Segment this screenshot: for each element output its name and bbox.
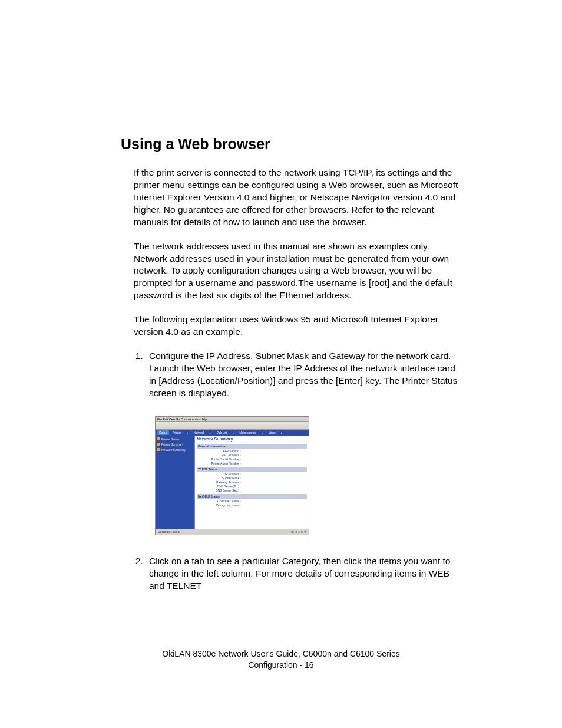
section-label: TCP/IP Status [197,467,307,472]
kv-row: Printer Serial Number : [197,457,307,461]
kv-row: MAC Address : [197,453,307,457]
paragraph: The network addresses used in this manua… [134,241,463,302]
kv-row: Printer Asset Number : [197,462,307,465]
screenshot-menubar: File Edit View Go Communicator Help [156,417,309,422]
screenshot-tab-network: Network [192,430,206,435]
sidebar-item: Network Summary [157,448,193,452]
kv-row: Subnet Mask : [197,476,307,480]
kv-row: Gateway Address : [197,480,307,484]
screenshot-statusbar: Document: Done ▥ ◈ ⌂ ✉ ✎ [156,529,309,535]
paragraph: The following explanation uses Windows 9… [134,314,463,338]
kv-row: DNS Server(Sec.) : [197,489,307,492]
screenshot-toolbar [156,422,309,430]
footer-line-2: Configuration - 16 [0,660,562,671]
kv-row: F/W Version : [197,449,307,453]
chevron-right-icon: ▸ [260,430,265,435]
section-label: General Information [197,444,307,449]
ordered-steps-continued: Click on a tab to see a particular Categ… [146,555,463,592]
kv-row: Computer Name : [197,499,307,503]
statusbar-icons: ▥ ◈ ⌂ ✉ ✎ [291,530,306,533]
screenshot-tab-joblist: Job List [215,430,229,435]
chevron-right-icon: ▸ [185,430,190,435]
step-item: Click on a tab to see a particular Categ… [146,555,463,592]
kv-row: IP Address : [197,472,307,476]
folder-icon [157,443,160,446]
chevron-right-icon: ▸ [279,430,285,435]
screenshot-main: Network Summary General Information F/W … [194,436,309,533]
sidebar-label: Printer Summary [161,443,184,446]
ordered-steps: Configure the IP Address, Subnet Mask an… [146,350,463,400]
body-text-block: If the print server is connected to the … [134,167,463,338]
screenshot-tab-status: Status [157,430,169,435]
document-page: Using a Web browser If the print server … [0,0,562,728]
paragraph: If the print server is connected to the … [134,167,463,229]
sidebar-label: Network Summary [161,448,186,452]
footer-line-1: OkiLAN 8300e Network User's Guide, C6000… [0,648,562,660]
screenshot-main-heading: Network Summary [197,437,307,442]
screenshot-tabbar: Status Printer▸ Network▸ Job List▸ Maint… [156,430,309,436]
chevron-right-icon: ▸ [208,430,213,435]
chevron-right-icon: ▸ [231,430,236,435]
embedded-screenshot: File Edit View Go Communicator Help Stat… [155,416,309,535]
folder-icon [157,448,160,451]
section-label: NetBEUI Status [197,494,307,499]
kv-row: Workgroup Name : [197,503,307,507]
page-footer: OkiLAN 8300e Network User's Guide, C6000… [0,648,562,671]
sidebar-item: Printer Summary [157,443,193,446]
screenshot-sidebar: Printer Status Printer Summary Network S… [156,436,194,533]
statusbar-text: Document: Done [158,530,180,533]
folder-icon [157,437,160,440]
kv-row: DNS Server(Pri.) : [197,485,307,488]
screenshot-tab-maintenance: Maintenance [238,430,259,435]
step-item: Configure the IP Address, Subnet Mask an… [146,350,463,400]
sidebar-label: Printer Status [161,437,179,441]
page-heading: Using a Web browser [121,136,463,153]
screenshot-tab-links: Links [267,430,277,435]
screenshot-tab-printer: Printer [171,430,183,435]
sidebar-item: Printer Status [157,437,193,441]
